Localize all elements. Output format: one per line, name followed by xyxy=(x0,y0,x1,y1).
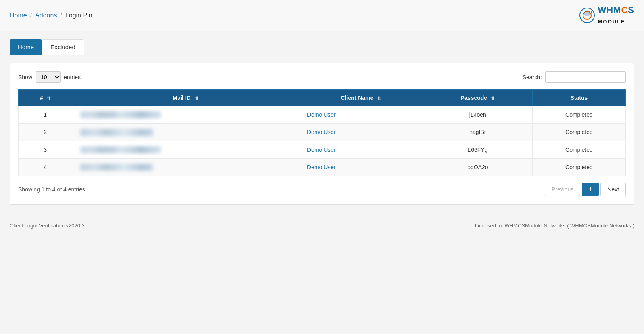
pagination-info: Showing 1 to 4 of 4 entries xyxy=(18,186,85,193)
cell-passcode-1: jL4oen xyxy=(423,106,532,124)
breadcrumb: Home / Addons / Login Pin xyxy=(10,12,92,19)
show-entries: Show 10 25 50 100 entries xyxy=(18,71,81,83)
table-body: 1 Demo User jL4oen Completed 2 Demo User… xyxy=(19,106,626,176)
table-row: 2 Demo User hagIBr Completed xyxy=(19,124,626,141)
blurred-email-3 xyxy=(80,146,161,153)
pagination-row: Showing 1 to 4 of 4 entries Previous 1 N… xyxy=(18,183,626,196)
breadcrumb-home[interactable]: Home xyxy=(10,12,27,19)
next-button[interactable]: Next xyxy=(600,183,626,196)
col-number[interactable]: # ⇅ xyxy=(19,90,72,106)
cell-client-2: Demo User xyxy=(299,124,423,141)
cell-id-2: 2 xyxy=(19,124,72,141)
blurred-email-4 xyxy=(80,164,153,171)
cell-mail-3 xyxy=(72,141,299,158)
tab-home[interactable]: Home xyxy=(10,39,42,55)
sort-icon-number: ⇅ xyxy=(47,96,50,101)
prev-button[interactable]: Previous xyxy=(545,183,580,196)
cell-status-1: Completed xyxy=(532,106,625,124)
cell-id-4: 4 xyxy=(19,158,72,176)
breadcrumb-sep2: / xyxy=(60,12,62,19)
main-content: Home Excluded Show 10 25 50 100 entries … xyxy=(0,31,644,213)
search-input[interactable] xyxy=(545,71,626,83)
table-container: Show 10 25 50 100 entries Search: # xyxy=(10,63,634,205)
cell-passcode-4: bgOA2o xyxy=(423,158,532,176)
pagination-controls: Previous 1 Next xyxy=(545,183,626,196)
cell-id-3: 3 xyxy=(19,141,72,158)
sort-icon-client: ⇅ xyxy=(377,96,381,101)
show-label: Show xyxy=(18,74,32,80)
col-client-name[interactable]: Client Name ⇅ xyxy=(299,90,423,106)
tabs: Home Excluded xyxy=(10,39,634,55)
entries-select[interactable]: 10 25 50 100 xyxy=(36,71,61,83)
sort-icon-passcode: ⇅ xyxy=(491,96,495,101)
col-mail-id[interactable]: Mail ID ⇅ xyxy=(72,90,299,106)
footer: Client Login Verification v2020.3 Licens… xyxy=(0,217,644,234)
cell-passcode-3: L66FYg xyxy=(423,141,532,158)
logo-text: WHMCS MODULE xyxy=(598,5,634,26)
breadcrumb-addons[interactable]: Addons xyxy=(35,12,57,19)
cell-passcode-2: hagIBr xyxy=(423,124,532,141)
footer-left: Client Login Verification v2020.3 xyxy=(10,223,85,229)
cell-mail-4 xyxy=(72,158,299,176)
logo-icon xyxy=(579,7,595,23)
blurred-email-2 xyxy=(80,129,153,136)
data-table: # ⇅ Mail ID ⇅ Client Name ⇅ Passcode ⇅ xyxy=(18,89,626,176)
col-status: Status xyxy=(532,90,625,106)
table-row: 4 Demo User bgOA2o Completed xyxy=(19,158,626,176)
search-area: Search: xyxy=(523,71,626,83)
controls-row: Show 10 25 50 100 entries Search: xyxy=(18,71,626,83)
cell-client-4: Demo User xyxy=(299,158,423,176)
table-header-row: # ⇅ Mail ID ⇅ Client Name ⇅ Passcode ⇅ xyxy=(19,90,626,106)
cell-status-2: Completed xyxy=(532,124,625,141)
cell-status-4: Completed xyxy=(532,158,625,176)
logo-area: WHMCS MODULE xyxy=(579,5,634,26)
cell-status-3: Completed xyxy=(532,141,625,158)
cell-client-3: Demo User xyxy=(299,141,423,158)
sort-icon-mail: ⇅ xyxy=(195,96,199,101)
page-1-button[interactable]: 1 xyxy=(582,183,599,196)
cell-mail-1 xyxy=(72,106,299,124)
blurred-email-1 xyxy=(80,111,161,118)
cell-mail-2 xyxy=(72,124,299,141)
search-label: Search: xyxy=(523,74,542,80)
cell-id-1: 1 xyxy=(19,106,72,124)
col-passcode[interactable]: Passcode ⇅ xyxy=(423,90,532,106)
svg-point-3 xyxy=(590,11,591,13)
cell-client-1: Demo User xyxy=(299,106,423,124)
table-row: 1 Demo User jL4oen Completed xyxy=(19,106,626,124)
table-head: # ⇅ Mail ID ⇅ Client Name ⇅ Passcode ⇅ xyxy=(19,90,626,106)
tab-excluded[interactable]: Excluded xyxy=(42,39,84,55)
table-row: 3 Demo User L66FYg Completed xyxy=(19,141,626,158)
breadcrumb-current: Login Pin xyxy=(65,12,92,19)
footer-right: Licensed to: WHMCSModule Networks ( WHMC… xyxy=(475,223,634,229)
entries-label: entries xyxy=(64,74,81,80)
top-bar: Home / Addons / Login Pin WHMCS MODULE xyxy=(0,0,644,31)
breadcrumb-sep1: / xyxy=(30,12,32,19)
